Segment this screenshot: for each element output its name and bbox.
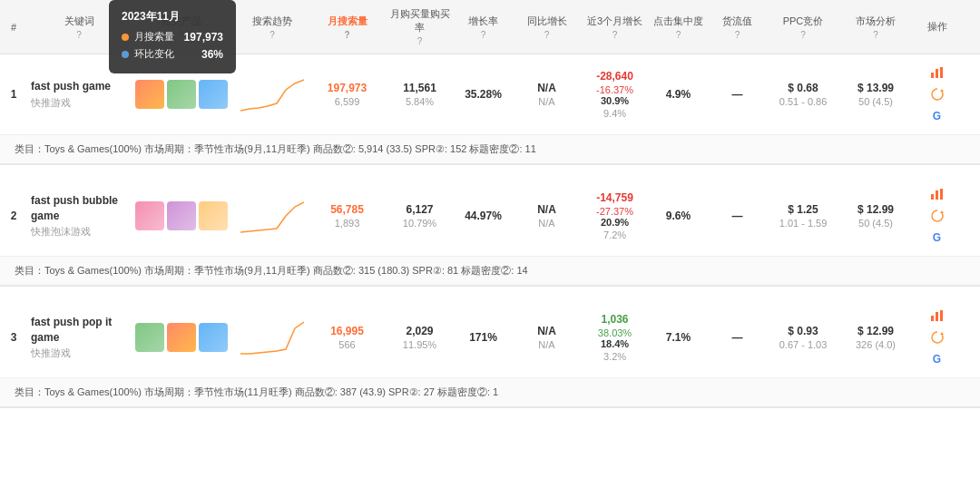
row1-market: $ 13.99 50 (4.5) [839,82,912,107]
google-icon-3[interactable]: G [928,350,946,368]
row3-yoy: N/A N/A [513,325,581,350]
row3-market: $ 12.99 326 (4.0) [839,325,912,350]
row3-products [127,323,236,352]
row1-num: 1 [0,88,27,101]
row3-monthly-buy: 2,029 11.95% [386,325,454,350]
3month-info-icon: ? [612,30,618,40]
info-row-2: 类目：Toys & Games(100%) 市场周期：季节性市场(9月,11月旺… [0,257,980,287]
row3-ppc: $ 0.93 0.67 - 1.03 [767,325,839,350]
info-row-3: 类目：Toys & Games(100%) 市场周期：季节性市场(11月旺季) … [0,378,980,408]
dot-orange [122,34,129,41]
row1-products [127,80,236,109]
row1-ppc: $ 0.68 0.51 - 0.86 [767,82,839,107]
info-row-1: 类目：Toys & Games(100%) 市场周期：季节性市场(9月,11月旺… [0,135,980,165]
tooltip-label-1: 月搜索量 [134,30,174,44]
row2-monthly-buy: 6,127 10.79% [386,203,454,229]
row3-growth: 171% [454,331,513,344]
header-monthly-buy: 月购买量购买率 ? [386,7,454,46]
header-flow: 货流值 ? [708,15,767,40]
monthly-info-icon: ? [344,30,349,40]
header-click: 点击集中度 ? [649,15,708,40]
svg-rect-1 [936,69,938,78]
spacer-1 [0,165,980,176]
header-3month: 近3个月增长 ? [581,15,649,40]
refresh-icon-2[interactable] [928,207,946,225]
row3-3month: 1,036 38.03% 18.4% 3.2% [581,313,649,362]
tooltip-row-2: 环比变化 36% [122,47,223,61]
product-img-3 [199,80,228,109]
header-num: # [0,22,27,33]
header-monthly: 月搜索量 ? [309,15,386,40]
row3-keyword: fast push pop it game 快推游戏 [27,315,127,361]
dot-blue [122,51,129,58]
bar-chart-icon-3[interactable] [928,307,946,325]
row2-monthly: 56,785 1,893 [309,203,386,229]
row2-yoy: N/A N/A [513,203,581,229]
market-info-icon: ? [873,30,878,40]
row3-num: 3 [0,331,27,344]
header-market: 市场分析 ? [839,15,912,40]
row1-keyword: fast push game 快推游戏 [27,79,127,110]
click-info-icon: ? [676,30,681,40]
row1-click: 4.9% [649,88,708,101]
tooltip-box: 2023年11月 月搜索量 197,973 环比变化 36% [109,0,236,73]
svg-rect-6 [940,189,943,200]
row2-growth: 44.97% [454,210,513,222]
tooltip-label-2: 环比变化 [134,47,174,61]
row2-flow: — [708,210,767,222]
tooltip-row-1: 月搜索量 197,973 [122,30,223,44]
header-ppc: PPC竞价 ? [767,15,839,40]
table-row: 3 fast push pop it game 快推游戏 16,995 566 … [0,298,980,378]
row2-ppc: $ 1.25 1.01 - 1.59 [767,203,839,229]
svg-rect-0 [931,73,934,78]
product-img-9 [199,323,228,352]
row3-actions: G [912,307,962,368]
product-img-5 [167,201,196,230]
row2-products [127,201,236,230]
header-yoy: 同比增长 ? [513,15,581,40]
row3-flow: — [708,331,767,344]
product-img-8 [167,323,196,352]
product-img-4 [135,201,164,230]
row2-num: 2 [0,210,27,222]
refresh-icon-3[interactable] [928,328,946,346]
svg-marker-11 [940,332,944,335]
svg-rect-5 [936,190,938,200]
row1-flow: — [708,88,767,101]
flow-info-icon: ? [735,30,740,40]
tooltip-val-1: 197,973 [184,31,223,44]
spacer-2 [0,287,980,298]
header-growth: 增长率 ? [454,15,513,40]
tooltip-val-2: 36% [201,48,223,61]
row2-market: $ 12.99 50 (4.5) [839,203,912,229]
svg-rect-8 [931,316,934,321]
header-trend: 搜索趋势 ? [236,15,309,40]
row3-trend [236,319,309,356]
google-icon-2[interactable]: G [928,229,946,247]
row2-3month: -14,759 -27.37% 20.9% 7.2% [581,191,649,240]
header-action: 操作 [912,20,962,34]
svg-rect-9 [936,312,938,321]
refresh-icon[interactable] [928,85,946,103]
svg-marker-7 [940,210,944,213]
row2-actions: G [912,185,962,247]
keyword-info-icon: ? [76,30,82,40]
growth-info-icon: ? [481,30,486,40]
row2-click: 9.6% [649,210,708,222]
row3-monthly: 16,995 566 [309,325,386,350]
row1-monthly-buy: 11,561 5.84% [386,82,454,107]
yoy-info-icon: ? [544,30,550,40]
ppc-info-icon: ? [800,30,806,40]
bar-chart-icon[interactable] [928,63,946,82]
keyword-table: 2023年11月 月搜索量 197,973 环比变化 36% # 关键词 ? 相… [0,0,980,408]
row2-keyword: fast push bubble game 快推泡沫游戏 [27,193,127,239]
svg-rect-2 [940,67,943,78]
row1-3month: -28,640 -16.37% 30.9% 9.4% [581,70,649,119]
svg-marker-3 [940,89,944,92]
row1-actions: G [912,63,962,125]
bar-chart-icon-2[interactable] [928,185,946,203]
row2-trend [236,198,309,234]
google-icon[interactable]: G [928,107,946,125]
row1-yoy: N/A N/A [513,82,581,107]
product-img-2 [167,80,196,109]
